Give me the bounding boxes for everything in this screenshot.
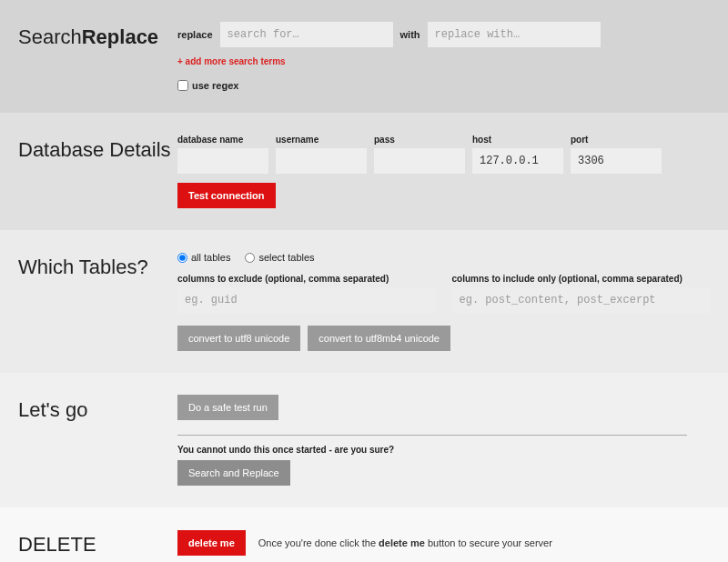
title-delete: DELETE [18,529,177,557]
section-which-tables: Which Tables? all tables select tables c… [0,230,728,373]
with-label: with [400,29,420,40]
use-regex-label: use regex [192,80,238,91]
test-connection-button[interactable]: Test connection [177,183,276,208]
title-which-tables: Which Tables? [18,252,177,351]
include-columns-label: columns to include only (optional, comma… [452,274,711,284]
select-tables-radio-label[interactable]: select tables [245,252,314,263]
title-lets-go: Let's go [18,395,177,486]
add-more-search-terms-link[interactable]: + add more search terms [177,56,286,66]
host-label: host [472,135,563,145]
pass-input[interactable] [374,148,465,174]
section-search-replace: SearchReplace replace with + add more se… [0,0,728,113]
port-input[interactable] [571,148,662,174]
delete-info-text: Once you're done click the delete me but… [258,537,552,548]
all-tables-radio-label[interactable]: all tables [177,252,230,263]
replace-with-input[interactable] [428,22,601,47]
dbname-label: database name [177,135,268,145]
section-database-details: Database Details database name username … [0,113,728,230]
select-tables-text: select tables [258,252,314,263]
section-lets-go: Let's go Do a safe test run You cannot u… [0,373,728,507]
title-database-details: Database Details [18,135,177,208]
select-tables-radio[interactable] [245,253,255,263]
undo-warning-text: You cannot undo this once started - are … [177,445,710,455]
all-tables-radio[interactable] [177,253,187,263]
exclude-columns-input[interactable] [177,287,436,313]
replace-label: replace [177,29,213,40]
search-and-replace-button[interactable]: Search and Replace [177,460,290,486]
username-input[interactable] [276,148,367,174]
all-tables-text: all tables [191,252,230,263]
title-replace: Replace [82,25,158,48]
host-input[interactable] [472,148,563,174]
exclude-columns-label: columns to exclude (optional, comma sepa… [177,274,436,284]
dbname-input[interactable] [177,148,268,174]
safe-test-run-button[interactable]: Do a safe test run [177,395,278,420]
delete-me-button[interactable]: delete me [177,530,246,556]
divider [177,435,687,436]
convert-utf8-button[interactable]: convert to utf8 unicode [177,326,300,351]
search-for-input[interactable] [220,22,393,47]
include-columns-input[interactable] [452,287,711,313]
username-label: username [276,135,367,145]
pass-label: pass [374,135,465,145]
title-search: Search [18,25,82,48]
section-delete: DELETE delete me Once you're done click … [0,507,728,562]
use-regex-checkbox[interactable] [177,80,188,91]
convert-utf8mb4-button[interactable]: convert to utf8mb4 unicode [308,326,450,351]
port-label: port [571,135,662,145]
title-search-replace: SearchReplace [18,22,177,91]
